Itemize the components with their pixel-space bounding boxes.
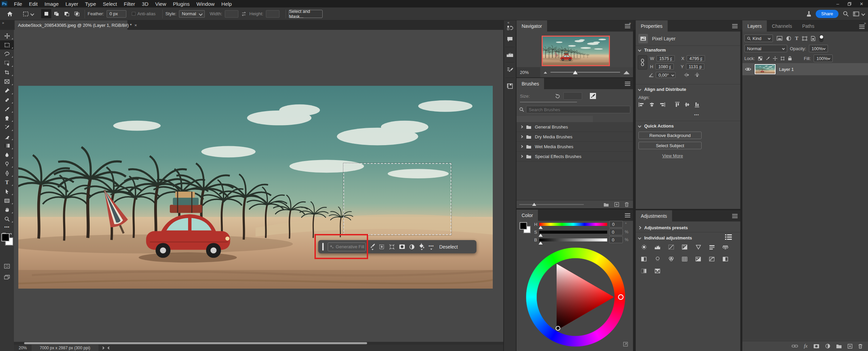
invert-selection-icon[interactable] xyxy=(409,244,415,250)
y-input[interactable] xyxy=(686,63,704,70)
brightness-slider[interactable] xyxy=(539,238,607,241)
search-icon[interactable] xyxy=(843,11,849,17)
adjust-selection-brush-icon[interactable] xyxy=(370,243,375,250)
zoom-out-icon[interactable] xyxy=(543,71,548,74)
selective-color-icon[interactable] xyxy=(654,268,661,274)
link-dimensions-icon[interactable] xyxy=(638,55,647,70)
menu-filter[interactable]: Filter xyxy=(121,1,139,7)
curves-icon[interactable] xyxy=(668,244,674,250)
layer-name[interactable]: Layer 1 xyxy=(779,67,794,72)
toolbar-collapse-icon[interactable]: » xyxy=(2,21,4,25)
status-doc-info[interactable]: 7000 px x 2987 px (300 ppi) xyxy=(32,345,98,351)
color-balance-icon[interactable] xyxy=(722,244,729,250)
brush-size-slider[interactable] xyxy=(520,102,577,102)
tool-object-selection[interactable] xyxy=(0,59,14,68)
tool-frame[interactable] xyxy=(0,77,14,86)
gradient-map-icon[interactable] xyxy=(640,268,647,274)
threshold-icon[interactable] xyxy=(722,256,729,262)
align-more-icon[interactable]: ••• xyxy=(694,113,699,117)
align-bottom-icon[interactable] xyxy=(694,102,700,108)
document-tab[interactable]: AdobeStock_208543085.jpeg @ 20% (Layer 1… xyxy=(15,20,127,30)
menu-edit[interactable]: Edit xyxy=(25,1,41,7)
tool-lasso[interactable] xyxy=(0,50,14,59)
horizontal-scrollbar[interactable] xyxy=(14,342,503,345)
beta-flask-icon[interactable] xyxy=(806,11,812,17)
brush-preview-icon[interactable] xyxy=(590,93,596,99)
tool-brush[interactable] xyxy=(0,104,14,114)
history-icon[interactable] xyxy=(507,25,513,32)
lock-position-icon[interactable] xyxy=(773,56,777,61)
align-collapse-icon[interactable] xyxy=(638,88,641,91)
brushes-bottom-slider[interactable] xyxy=(519,204,584,205)
modify-selection-icon[interactable] xyxy=(389,244,395,250)
tool-crop[interactable] xyxy=(0,68,14,77)
lock-artboard-icon[interactable] xyxy=(780,56,785,61)
tool-pen[interactable] xyxy=(0,169,14,178)
menu-window[interactable]: Window xyxy=(193,1,218,7)
hue-slider[interactable] xyxy=(539,223,607,226)
fx-icon[interactable]: fx xyxy=(804,343,808,349)
view-more-link[interactable]: View More xyxy=(662,153,683,158)
taskbar-more-options-icon[interactable]: ••• xyxy=(429,244,434,250)
filter-adjustment-icon[interactable] xyxy=(786,36,791,41)
lock-all-icon[interactable] xyxy=(788,56,792,61)
document-close-icon[interactable]: × xyxy=(134,23,137,28)
x-input[interactable] xyxy=(687,55,705,61)
tool-path-selection[interactable] xyxy=(0,187,14,196)
menu-file[interactable]: File xyxy=(11,1,25,7)
filter-toggle[interactable] xyxy=(819,35,824,42)
flip-vertical-icon[interactable] xyxy=(694,72,700,78)
close-button[interactable]: ✕ xyxy=(855,1,868,6)
minimize-button[interactable]: – xyxy=(832,1,844,6)
saturation-slider[interactable] xyxy=(539,231,607,234)
tool-rectangle[interactable] xyxy=(0,196,14,205)
tool-move[interactable] xyxy=(0,31,14,40)
new-brush-icon[interactable] xyxy=(614,202,619,207)
menu-layer[interactable]: Layer xyxy=(62,1,82,7)
brightness-contrast-icon[interactable] xyxy=(640,244,647,250)
lock-transparency-icon[interactable] xyxy=(758,56,762,61)
brushes-menu-icon[interactable] xyxy=(625,83,630,84)
blend-mode-dropdown[interactable]: Normal xyxy=(744,45,787,52)
adjustments-menu-icon[interactable] xyxy=(732,216,738,216)
height-input[interactable] xyxy=(266,10,279,18)
h-input[interactable] xyxy=(655,63,674,70)
filter-kind-dropdown[interactable]: Kind xyxy=(744,35,773,42)
adjustments-presets-row[interactable]: Adjustments presets xyxy=(638,225,688,230)
share-button[interactable]: Share xyxy=(816,10,838,18)
style-dropdown[interactable]: Normal xyxy=(179,10,205,18)
tab-properties[interactable]: Properties xyxy=(636,20,668,32)
screen-mode-icon[interactable] xyxy=(0,273,14,282)
status-expand-icon[interactable] xyxy=(102,346,104,349)
tool-spot-healing-brush[interactable] xyxy=(0,95,14,104)
deselect-button[interactable]: Deselect xyxy=(439,244,458,250)
quick-actions-collapse-icon[interactable] xyxy=(638,124,641,128)
hue-saturation-icon[interactable] xyxy=(708,244,715,250)
comments-icon[interactable] xyxy=(507,36,513,42)
menu-type[interactable]: Type xyxy=(82,1,100,7)
black-white-icon[interactable] xyxy=(640,256,647,262)
foreground-color-swatch[interactable] xyxy=(1,233,10,241)
delete-brush-icon[interactable] xyxy=(625,202,629,207)
tab-navigator[interactable]: Navigator xyxy=(517,20,547,32)
navigator-preview[interactable] xyxy=(542,36,610,66)
levels-icon[interactable] xyxy=(654,244,661,250)
transform-collapse-icon[interactable] xyxy=(638,48,641,52)
tool-blur[interactable] xyxy=(0,150,14,159)
dock-expand-icon[interactable]: « xyxy=(507,20,509,24)
tab-adjustments[interactable]: Adjustments xyxy=(636,210,672,221)
new-layer-icon[interactable] xyxy=(848,344,852,349)
add-mask-icon[interactable] xyxy=(399,244,405,249)
vibrance-icon[interactable] xyxy=(695,244,702,250)
menu-select[interactable]: Select xyxy=(100,1,121,7)
properties-menu-icon[interactable] xyxy=(732,26,738,26)
remove-background-button[interactable]: Remove Background xyxy=(638,132,702,139)
fill-selection-icon[interactable] xyxy=(419,243,424,250)
foreground-color-swatch[interactable] xyxy=(520,222,527,230)
panel-collapse-icon[interactable]: » xyxy=(864,20,868,32)
select-and-mask-button[interactable]: Select and Mask... xyxy=(289,10,323,18)
layer-row[interactable]: Layer 1 xyxy=(742,63,868,75)
align-right-icon[interactable] xyxy=(659,102,665,107)
color-wheel[interactable] xyxy=(525,247,626,347)
zoom-in-icon[interactable] xyxy=(623,70,630,75)
